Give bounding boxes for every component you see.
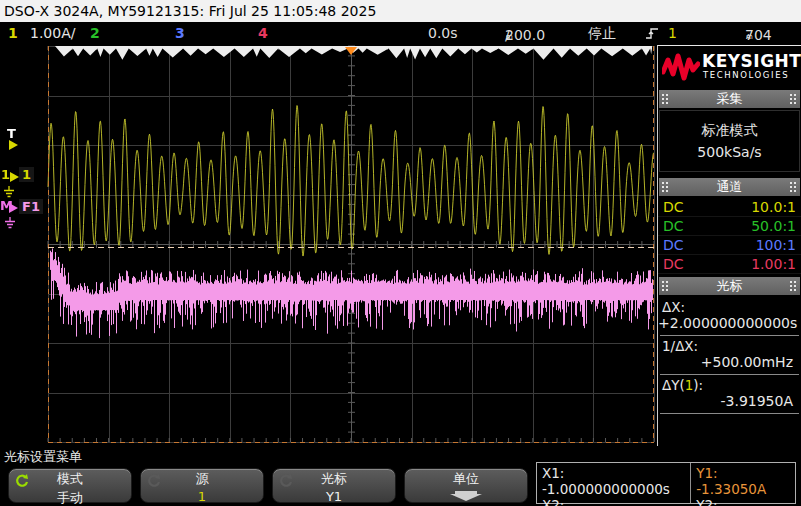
delta-y-label: ΔY(1):: [658, 377, 801, 393]
ch4-status[interactable]: 4: [258, 24, 268, 43]
cursor-readout-panel: ΔX: +2.000000000000s 1/ΔX: +500.00mHz ΔY…: [658, 297, 801, 414]
ch1-ground-marker-label: 1: [1, 167, 10, 182]
ch1-scale[interactable]: 1.00A/: [30, 24, 75, 43]
softkey-menu: 光标设置菜单 模式 手动 源 1 光标 Y1 单位: [0, 446, 801, 506]
sample-rate: 500kSa/s: [660, 144, 799, 160]
keysight-spark-icon: [662, 52, 700, 82]
grip-icon: [662, 281, 669, 291]
units-softkey[interactable]: 单位: [404, 468, 528, 503]
channel-row-2[interactable]: DC 50.0:1: [658, 217, 801, 236]
sidebar: KEYSIGHT TECHNOLOGIES 采集 标准模式 500kSa/s 通…: [657, 45, 801, 446]
x2-readout: X2: 1.000000000000s: [542, 497, 685, 506]
trigger-level-marker-label: T: [7, 126, 16, 141]
logo-sub: TECHNOLOGIES: [703, 70, 789, 80]
divider: [660, 413, 799, 414]
down-arrow-icon: [449, 490, 483, 502]
titlebar: DSO-X 3024A, MY59121315: Fri Jul 25 11:0…: [0, 0, 801, 22]
channels-header[interactable]: 通道: [659, 178, 800, 196]
grip-icon: [790, 182, 797, 192]
trigger-level-marker-icon[interactable]: [9, 140, 18, 150]
cursor-values-box: X1: -1.000000000000s X2: 1.000000000000s…: [536, 462, 796, 504]
statusbar: 1 1.00A/ 2 3 4 0.0s 200.0ms/ 停止 1 704mA: [0, 22, 801, 45]
grip-icon: [790, 94, 797, 104]
grip-icon: [662, 182, 669, 192]
channel-list: DC 10.0:1 DC 50.0:1 DC 100:1 DC 1.00:1: [658, 198, 801, 274]
acquisition-mode: 标准模式: [660, 122, 799, 140]
graticule-canvas: [0, 45, 657, 446]
keysight-logo: KEYSIGHT TECHNOLOGIES: [658, 46, 801, 88]
divider: [660, 374, 799, 375]
delta-y-value: -3.91950A: [658, 393, 801, 410]
cursor-softkey[interactable]: 光标 Y1: [272, 468, 396, 503]
inv-delta-x-label: 1/ΔX:: [658, 338, 801, 354]
run-state[interactable]: 停止: [588, 24, 616, 43]
y2-readout: Y2: -5.25000A: [696, 497, 790, 506]
source-softkey[interactable]: 源 1: [140, 468, 264, 503]
acquisition-panel[interactable]: 标准模式 500kSa/s: [659, 110, 800, 172]
rotary-knob-icon: [147, 473, 162, 488]
channel-row-3[interactable]: DC 100:1: [658, 236, 801, 255]
delta-x-label: ΔX:: [658, 299, 801, 315]
oscilloscope-screen: DSO-X 3024A, MY59121315: Fri Jul 25 11:0…: [0, 0, 801, 506]
channel-row-4[interactable]: DC 1.00:1: [658, 255, 801, 274]
logo-brand: KEYSIGHT: [702, 51, 801, 71]
ch1-status[interactable]: 1: [8, 24, 18, 43]
math-marker-icon[interactable]: [9, 203, 18, 213]
ch3-status[interactable]: 3: [175, 24, 185, 43]
menu-title: 光标设置菜单: [4, 448, 82, 466]
delta-x-value: +2.000000000000s: [658, 315, 801, 332]
divider: [660, 335, 799, 336]
cursors-header[interactable]: 光标: [659, 277, 800, 295]
math-ground-icon: [4, 214, 16, 233]
instrument-id: DSO-X 3024A, MY59121315: Fri Jul 25 11:0…: [4, 3, 376, 19]
x1-readout: X1: -1.000000000000s: [542, 465, 685, 497]
ch1-identifier-box: 1: [19, 167, 34, 182]
acquisition-header[interactable]: 采集: [659, 90, 800, 108]
ch2-status[interactable]: 2: [90, 24, 100, 43]
grip-icon: [662, 94, 669, 104]
channel-row-1[interactable]: DC 10.0:1: [658, 198, 801, 217]
delay-readout[interactable]: 0.0s: [428, 24, 458, 43]
mode-softkey[interactable]: 模式 手动: [8, 468, 132, 503]
rotary-knob-icon: [15, 473, 30, 488]
inv-delta-x-value: +500.00mHz: [658, 354, 801, 371]
rotary-knob-icon: [279, 473, 294, 488]
trigger-slope-icon: [645, 25, 659, 46]
waveform-display: T 1 1 M F1: [0, 45, 657, 446]
math-function-label: F1: [19, 199, 43, 214]
grip-icon: [790, 281, 797, 291]
ch1-ground-marker-icon[interactable]: [10, 172, 19, 182]
y1-readout: Y1: -1.33050A: [696, 465, 790, 497]
trigger-source[interactable]: 1: [668, 24, 677, 43]
